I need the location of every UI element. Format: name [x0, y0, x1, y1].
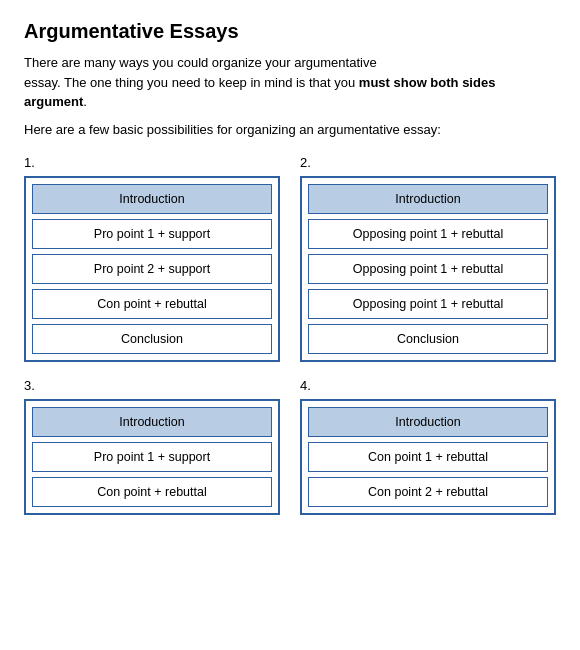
outline-item-4-1: Introduction	[308, 407, 548, 437]
intro-paragraph: There are many ways you could organize y…	[24, 53, 556, 112]
outline-item-2-2: Opposing point 1 + rebuttal	[308, 219, 548, 249]
outline-box-2: IntroductionOpposing point 1 + rebuttalO…	[300, 176, 556, 362]
outline-item-1-1: Introduction	[32, 184, 272, 214]
grid-number-1: 1.	[24, 155, 280, 170]
outline-box-1: IntroductionPro point 1 + supportPro poi…	[24, 176, 280, 362]
outline-item-2-1: Introduction	[308, 184, 548, 214]
outline-item-2-3: Opposing point 1 + rebuttal	[308, 254, 548, 284]
outline-item-3-1: Introduction	[32, 407, 272, 437]
outline-item-1-3: Pro point 2 + support	[32, 254, 272, 284]
subtext: Here are a few basic possibilities for o…	[24, 122, 556, 137]
page-title: Argumentative Essays	[24, 20, 556, 43]
grid-number-2: 2.	[300, 155, 556, 170]
outline-box-3: IntroductionPro point 1 + supportCon poi…	[24, 399, 280, 515]
grid-section-4: 4.IntroductionCon point 1 + rebuttalCon …	[300, 378, 556, 515]
grids-container: 1.IntroductionPro point 1 + supportPro p…	[24, 155, 556, 515]
grid-section-1: 1.IntroductionPro point 1 + supportPro p…	[24, 155, 280, 362]
grid-section-3: 3.IntroductionPro point 1 + supportCon p…	[24, 378, 280, 515]
outline-item-1-5: Conclusion	[32, 324, 272, 354]
grid-section-2: 2.IntroductionOpposing point 1 + rebutta…	[300, 155, 556, 362]
outline-item-2-5: Conclusion	[308, 324, 548, 354]
outline-item-3-2: Pro point 1 + support	[32, 442, 272, 472]
grid-number-3: 3.	[24, 378, 280, 393]
grid-number-4: 4.	[300, 378, 556, 393]
outline-item-1-2: Pro point 1 + support	[32, 219, 272, 249]
outline-item-2-4: Opposing point 1 + rebuttal	[308, 289, 548, 319]
outline-item-4-2: Con point 1 + rebuttal	[308, 442, 548, 472]
outline-item-1-4: Con point + rebuttal	[32, 289, 272, 319]
outline-item-3-3: Con point + rebuttal	[32, 477, 272, 507]
outline-box-4: IntroductionCon point 1 + rebuttalCon po…	[300, 399, 556, 515]
outline-item-4-3: Con point 2 + rebuttal	[308, 477, 548, 507]
